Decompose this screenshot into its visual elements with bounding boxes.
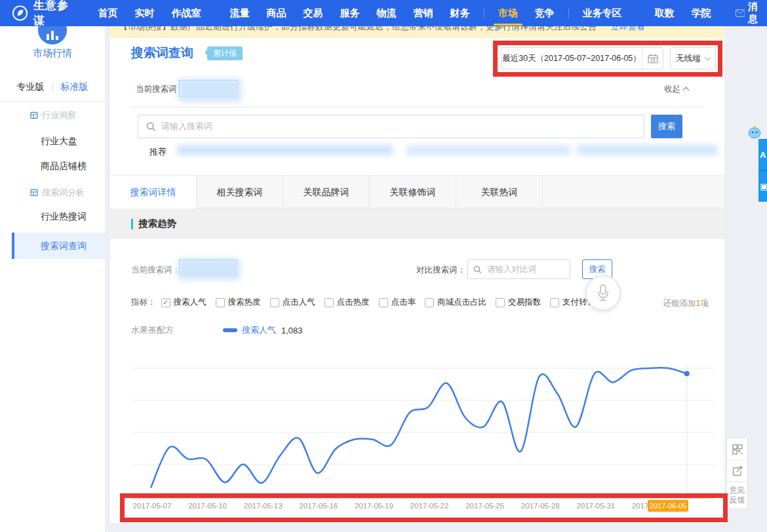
tab-4[interactable]: 关联热词 <box>456 176 543 208</box>
nav-item-2[interactable]: 作战室 <box>163 0 210 26</box>
nav-item-10[interactable]: 市场 <box>490 0 526 26</box>
metric-label: 点击热度 <box>337 297 370 308</box>
highlighted-date-chip: 2017-06-05 <box>648 500 688 512</box>
tab-1[interactable]: 相关搜索词 <box>197 176 283 208</box>
nav-item-11[interactable]: 竞争 <box>526 0 563 26</box>
nav-item-6[interactable]: 服务 <box>332 0 368 26</box>
x-tick-label: 2017-05-31 <box>576 502 615 510</box>
metric-checkbox-交易指数[interactable]: 交易指数 <box>496 297 541 308</box>
assistant-mascot-icon[interactable] <box>747 124 762 139</box>
floating-toolbar: 意见 反馈 <box>726 438 748 509</box>
tab-2[interactable]: 关联品牌词 <box>283 176 370 208</box>
search-icon <box>473 265 482 274</box>
trend-line <box>151 368 687 487</box>
metric-label: 点击人气 <box>283 297 315 308</box>
metric-checkbox-搜索热度[interactable]: 搜索热度 <box>216 297 261 308</box>
terminal-dropdown[interactable]: 无线端 <box>670 47 716 69</box>
collapse-toggle[interactable]: 收起 <box>664 84 688 95</box>
nav-item-13[interactable]: 取数 <box>646 0 683 26</box>
share-button[interactable] <box>727 460 747 482</box>
legend-series-name[interactable]: 搜索人气 <box>242 324 276 336</box>
nav-item-4[interactable]: 商品 <box>258 0 295 26</box>
chevron-up-icon <box>683 87 690 94</box>
tab-3[interactable]: 关联修饰词 <box>370 176 456 208</box>
metrics-row: 指标：✓搜索人气搜索热度点击人气点击热度点击率商城点击占比交易指数支付转化率 <box>131 297 613 308</box>
search-placeholder: 请输入搜索词 <box>161 121 212 132</box>
metric-label: 交易指数 <box>508 297 541 308</box>
brand-name: 生意参谋 <box>33 0 79 28</box>
category-icon <box>30 111 38 119</box>
feedback-button[interactable]: 意见 反馈 <box>727 482 747 508</box>
last-point-marker <box>684 371 690 376</box>
notice-text: 【市场快报】数据产品近期进行升级维护，部分指标数据更新可能延迟，给您带来不便敬请… <box>119 26 597 31</box>
notice-banner: 【市场快报】数据产品近期进行升级维护，部分指标数据更新可能延迟，给您带来不便敬请… <box>110 26 724 38</box>
app-logo-icon <box>12 5 28 22</box>
x-tick-label: 2017-05-25 <box>465 502 504 510</box>
metric-checkbox-商城点击占比[interactable]: 商城点击占比 <box>425 297 486 308</box>
qr-code-icon <box>732 444 743 455</box>
nav-item-0[interactable]: 首页 <box>90 0 127 26</box>
metric-checkbox-点击人气[interactable]: 点击人气 <box>270 297 315 308</box>
nav-item-12[interactable]: 业务专区 <box>574 0 631 26</box>
trend-current-term-label: 当前搜索词： <box>131 265 180 276</box>
chart-legend: 水果茶配方 搜索人气 1,083 <box>131 324 303 336</box>
remaining-hint: 还能添加1项 <box>663 298 709 309</box>
voice-assistant-button[interactable] <box>585 275 621 311</box>
section-accent-bar <box>131 219 133 229</box>
compare-term-label: 对比搜索词： <box>416 265 465 276</box>
nav-item-1[interactable]: 实时 <box>127 0 163 26</box>
edge-toolbar[interactable]: A ▣ <box>758 139 767 202</box>
qr-code-button[interactable] <box>727 438 747 460</box>
metric-checkbox-点击热度[interactable]: 点击热度 <box>324 297 370 308</box>
metrics-label: 指标： <box>131 297 156 308</box>
nav-item-7[interactable]: 物流 <box>368 0 405 26</box>
sidebar-item-行业大盘[interactable]: 行业大盘 <box>41 136 77 147</box>
edge-toolbar-item[interactable]: A <box>758 139 767 170</box>
compare-term-input[interactable]: 请输入对比词 <box>467 259 570 279</box>
share-icon <box>732 466 743 476</box>
sidebar-item-行业热搜词[interactable]: 行业热搜词 <box>41 211 87 223</box>
notice-link[interactable]: 立即查看 <box>611 26 645 31</box>
edge-toolbar-item[interactable]: ▣ <box>758 170 767 202</box>
checkbox-icon <box>379 298 388 307</box>
sidebar-item-搜索词查询[interactable]: 搜索词查询 <box>12 233 105 259</box>
version-divider <box>52 83 53 92</box>
current-term-label: 当前搜索词： <box>136 84 185 95</box>
x-tick-label: 2017-05-16 <box>299 502 338 510</box>
recommend-label: 推荐 <box>149 146 167 158</box>
nav-item-3[interactable]: 流量 <box>222 0 258 26</box>
nav-divider <box>484 9 484 18</box>
date-range-value: 最近30天（2017-05-07~2017-06-05） <box>502 53 642 64</box>
category-icon <box>30 189 38 197</box>
metric-checkbox-搜索人气[interactable]: ✓搜索人气 <box>161 297 206 308</box>
x-axis-ticks: 2017-05-072017-05-102017-05-132017-05-16… <box>125 499 718 516</box>
date-range-picker[interactable]: 最近30天（2017-05-07~2017-06-05） <box>501 47 663 69</box>
sidebar-group-label: 搜索词分析 <box>30 187 85 199</box>
messages-button[interactable]: 消息 <box>736 1 767 26</box>
legend-series-value: 1,083 <box>281 326 303 335</box>
checkbox-icon <box>216 298 225 307</box>
nav-item-9[interactable]: 财务 <box>442 0 479 26</box>
cumulative-badge: 累计值 <box>207 47 243 60</box>
nav-item-5[interactable]: 交易 <box>295 0 332 26</box>
checkbox-icon <box>324 298 334 307</box>
checkbox-icon <box>270 298 279 307</box>
sidebar-item-商品店铺榜[interactable]: 商品店铺榜 <box>41 161 87 172</box>
x-tick-label: 2017-05-10 <box>188 502 227 510</box>
nav-item-14[interactable]: 学院 <box>683 0 720 26</box>
metric-label: 商城点击占比 <box>437 297 486 308</box>
version-switch: 专业版 标准版 <box>0 73 105 102</box>
tab-0[interactable]: 搜索词详情 <box>110 176 197 209</box>
envelope-icon <box>736 9 745 17</box>
x-tick-label: 2017-05-19 <box>355 502 393 510</box>
nav-item-8[interactable]: 营销 <box>405 0 442 26</box>
metric-checkbox-点击率[interactable]: 点击率 <box>379 297 416 308</box>
version-tab-pro[interactable]: 专业版 <box>17 81 45 93</box>
sidebar-title: 市场行情 <box>0 47 105 60</box>
version-tab-standard[interactable]: 标准版 <box>61 81 88 93</box>
search-button[interactable]: 搜索 <box>651 115 682 138</box>
calendar-icon[interactable] <box>642 48 663 69</box>
section-title: 搜索趋势 <box>138 218 176 230</box>
trend-line-chart <box>131 360 717 501</box>
search-term-input[interactable]: 请输入搜索词 <box>138 115 644 138</box>
